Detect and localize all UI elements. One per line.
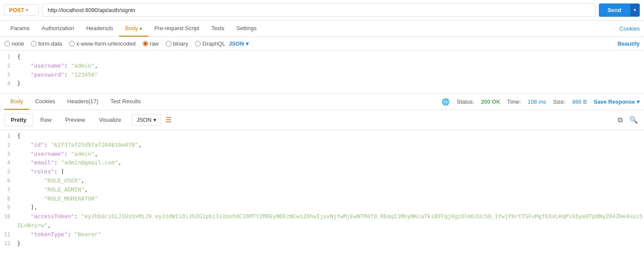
- beautify-button[interactable]: Beautify: [618, 40, 640, 47]
- url-input[interactable]: [42, 3, 595, 17]
- size-value: 866 B: [572, 99, 587, 105]
- method-label: POST: [9, 7, 24, 13]
- resp-line-11: 11 "tokenType": "Bearer": [0, 230, 644, 239]
- globe-icon: 🌐: [442, 98, 450, 106]
- response-body-editor: 1 { 2 "id": "62f37af25d9faf204818e878", …: [0, 130, 644, 250]
- request-tabs: Params Authorization Headers(8) Body ● P…: [0, 21, 644, 37]
- tab-body[interactable]: Body ●: [119, 21, 148, 37]
- json-format-select[interactable]: JSON ▾: [229, 40, 248, 47]
- json-format-chevron-icon: ▾: [246, 40, 249, 47]
- req-line-4: 4 }: [0, 79, 644, 88]
- method-select[interactable]: POST ▾: [4, 4, 39, 16]
- view-tab-visualize[interactable]: Visualize: [92, 114, 128, 126]
- save-response-chevron-icon: ▾: [637, 99, 640, 105]
- status-label: Status:: [457, 99, 474, 105]
- resp-line-1: 1 {: [0, 132, 644, 141]
- search-icon[interactable]: 🔍: [628, 114, 640, 126]
- size-label: Size:: [553, 99, 565, 105]
- resp-line-5: 5 "roles": [: [0, 167, 644, 176]
- radio-raw[interactable]: raw: [143, 40, 159, 47]
- resp-line-4: 4 "email": "admin@gmail.com",: [0, 158, 644, 167]
- method-chevron-icon: ▾: [26, 8, 28, 12]
- time-value: 108 ms: [528, 99, 546, 105]
- req-line-2: 2 "username": "admin",: [0, 62, 644, 71]
- tab-authorization[interactable]: Authorization: [36, 21, 80, 37]
- filter-icon[interactable]: ☰: [165, 116, 171, 124]
- tab-params[interactable]: Params: [4, 21, 36, 37]
- radio-urlencoded[interactable]: x-www-form-urlencoded: [69, 40, 136, 47]
- response-tabs: Body Cookies Headers(17) Test Results 🌐 …: [0, 94, 644, 110]
- radio-form-data[interactable]: form-data: [31, 40, 62, 47]
- resp-line-9: 9 ],: [0, 203, 644, 212]
- status-code: 200 OK: [481, 99, 501, 105]
- resp-tab-body[interactable]: Body: [4, 94, 29, 110]
- response-view-tabs: Pretty Raw Preview Visualize JSON ▾ ☰ ⧉ …: [0, 110, 644, 130]
- view-tab-raw[interactable]: Raw: [34, 114, 58, 126]
- response-status: 🌐 Status: 200 OK Time: 108 ms Size: 866 …: [442, 98, 640, 106]
- resp-json-format-select[interactable]: JSON ▾: [132, 114, 161, 126]
- resp-line-2: 2 "id": "62f37af25d9faf204818e878",: [0, 141, 644, 150]
- copy-icon[interactable]: ⧉: [616, 114, 624, 126]
- radio-graphql[interactable]: GraphQL: [195, 40, 225, 47]
- tab-settings[interactable]: Settings: [230, 21, 262, 37]
- send-button[interactable]: Send: [599, 3, 630, 17]
- resp-line-6: 6 "ROLE_USER",: [0, 176, 644, 185]
- body-type-bar: none form-data x-www-form-urlencoded raw…: [0, 37, 644, 51]
- top-bar: POST ▾ Send ▾: [0, 0, 644, 21]
- radio-none[interactable]: none: [4, 40, 24, 47]
- req-line-3: 3 "password": "123456": [0, 71, 644, 80]
- resp-line-7: 7 "ROLE_ADMIN",: [0, 185, 644, 194]
- req-line-1: 1 {: [0, 52, 644, 62]
- resp-tabs-left: Body Cookies Headers(17) Test Results: [4, 94, 147, 110]
- save-response-button[interactable]: Save Response ▾: [594, 99, 640, 105]
- resp-line-10: 10 "accessToken": "eyJhbGciOiJIUzUxMiJ9.…: [0, 212, 644, 230]
- radio-binary[interactable]: binary: [166, 40, 188, 47]
- resp-json-chevron-icon: ▾: [153, 117, 156, 123]
- tab-headers[interactable]: Headers(8): [80, 21, 119, 37]
- view-tab-preview[interactable]: Preview: [59, 114, 92, 126]
- resp-tab-test-results[interactable]: Test Results: [104, 94, 147, 110]
- time-label: Time:: [507, 99, 521, 105]
- cookies-link[interactable]: Cookies: [620, 21, 640, 36]
- tab-pre-request[interactable]: Pre-request Script: [148, 21, 205, 37]
- send-dropdown-button[interactable]: ▾: [630, 4, 640, 16]
- resp-tab-cookies[interactable]: Cookies: [29, 94, 61, 110]
- resp-line-3: 3 "username": "admin",: [0, 150, 644, 159]
- view-tab-pretty[interactable]: Pretty: [4, 114, 33, 126]
- send-button-group: Send ▾: [599, 3, 640, 17]
- resp-line-8: 8 "ROLE_MODERATOR": [0, 194, 644, 204]
- req-tabs-left: Params Authorization Headers(8) Body ● P…: [4, 21, 262, 37]
- request-body-editor[interactable]: 1 { 2 "username": "admin", 3 "password":…: [0, 51, 644, 94]
- resp-tab-headers[interactable]: Headers(17): [61, 94, 104, 110]
- resp-view-tabs-right: ⧉ 🔍: [616, 114, 640, 126]
- resp-line-12: 12 }: [0, 239, 644, 248]
- tab-tests[interactable]: Tests: [205, 21, 230, 37]
